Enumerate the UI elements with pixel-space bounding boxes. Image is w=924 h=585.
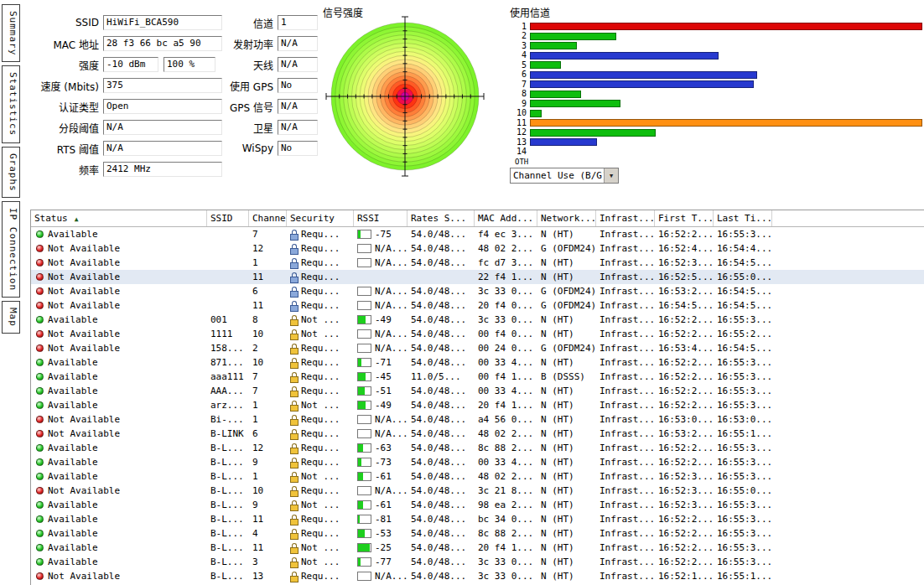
table-row[interactable]: AvailableB-L...11Requ...-8154.0/48...bc … — [31, 512, 924, 526]
mac-address-label: 98 ea 2... — [478, 500, 533, 510]
field-row-rts: RTS 阈值N/A — [30, 141, 222, 156]
table-row[interactable]: Not Available158...2Requ...N/A...54.0/48… — [31, 341, 924, 355]
first-time-label: 16:53:2... — [658, 286, 714, 297]
column-header-last-ti[interactable]: Last Ti... — [714, 210, 772, 226]
table-row[interactable]: Not Available11Requ...22 f4 1...N (HT)In… — [31, 270, 924, 284]
first-time-label: 16:52:2... — [658, 514, 714, 525]
column-header-channel[interactable]: Channel — [249, 210, 287, 226]
mac-address-cell: 3c 33 0... — [475, 555, 537, 569]
column-header-label: First T... — [658, 213, 714, 224]
table-row[interactable]: AvailableB-L...11Not ...-2554.0/48...20 … — [31, 541, 924, 555]
sidebar-tab-statistics[interactable]: Statistics — [2, 65, 20, 142]
last-time-label: 16:55:3... — [717, 229, 772, 240]
last-time-cell: 16:54:5... — [714, 284, 772, 298]
table-row[interactable]: AvailableB-L...9Not ...-6154.0/48...98 e… — [31, 498, 924, 512]
infrastructure-cell: Infrast... — [596, 398, 655, 412]
status-available-icon — [36, 515, 44, 523]
status-unavailable-icon — [36, 245, 44, 252]
field-value-box[interactable]: No — [278, 78, 318, 93]
last-time-label: 16:55:3... — [717, 400, 772, 411]
column-header-security[interactable]: Security — [287, 210, 354, 226]
field-value-box[interactable]: 28 f3 66 bc a5 90 — [103, 36, 222, 51]
channel-use-dropdown[interactable]: Channel Use (B/G) ▼ — [510, 168, 619, 184]
field-value-box[interactable]: -10 dBm — [103, 57, 158, 72]
table-row[interactable]: AvailableB-L...9Requ...-7354.0/48...00 3… — [31, 455, 924, 469]
channel-bar-row: 1 — [510, 22, 922, 32]
infrastructure-cell: Infrast... — [596, 455, 655, 469]
field-value-box[interactable]: 2412 MHz — [103, 162, 222, 177]
mac-address-label: 8c 88 2... — [478, 443, 533, 453]
table-row[interactable]: Not Available1Requ...N/A...54.0/48...fc … — [31, 256, 924, 270]
signal-strength-radar-chart — [317, 15, 493, 178]
table-row[interactable]: Not Available6Requ...N/A...54.0/48...3c … — [31, 284, 924, 298]
field-value-box[interactable]: Open — [103, 99, 222, 114]
status-label: Not Available — [48, 300, 120, 311]
table-row[interactable]: AvailableAAA...7Requ...-5154.0/48...00 3… — [31, 384, 924, 398]
sidebar-tab-summary[interactable]: Summary — [2, 4, 20, 62]
network-type-cell: N (HT) — [537, 355, 596, 370]
table-row[interactable]: Not Available11Requ...N/A...54.0/48...20… — [31, 298, 924, 313]
table-row[interactable]: Not AvailableBi-...1Requ...N/A...54.0/48… — [31, 412, 924, 427]
mac-address-cell: 00 33 4... — [475, 355, 537, 370]
column-header-ssid[interactable]: SSID — [207, 210, 249, 226]
table-row[interactable]: AvailableB-L...1Not ...-6154.0/48...48 0… — [31, 469, 924, 484]
rssi-cell: -61 — [354, 469, 407, 484]
status-label: Available — [48, 371, 98, 382]
table-row[interactable]: Availablearz...1Not ...-4954.0/48...20 f… — [31, 398, 924, 412]
lock-icon — [290, 358, 298, 368]
security-label: Not ... — [301, 500, 340, 510]
status-label: Available — [48, 357, 98, 368]
mac-address-label: 20 f4 0... — [478, 300, 533, 311]
column-header-status[interactable]: Status▲ — [31, 210, 207, 226]
field-value-box[interactable]: N/A — [278, 99, 318, 114]
table-row[interactable]: AvailableB-L...3Not ...-7754.0/48...3c 3… — [31, 555, 924, 569]
channel-cell: 7 — [249, 370, 287, 384]
status-label: Not Available — [48, 286, 120, 297]
field-value-box[interactable]: N/A — [278, 120, 318, 135]
table-row[interactable]: Available871...10Requ...-7154.0/48...00 … — [31, 355, 924, 370]
status-cell: Available — [31, 455, 207, 469]
field-value-box[interactable]: No — [278, 141, 318, 156]
table-body: Available7Requ...-7554.0/48...f4 ec 3...… — [31, 227, 924, 583]
channel-usage-bar — [530, 100, 620, 107]
table-row[interactable]: Availableaaa1117Requ...-4511.0/5...00 f4… — [31, 370, 924, 384]
status-cell: Not Available — [31, 241, 207, 256]
security-cell: Requ... — [287, 526, 354, 541]
field-value-box[interactable]: N/A — [278, 36, 318, 51]
sidebar-tab-map[interactable]: Map — [2, 301, 20, 334]
table-row[interactable]: Not Available12Requ...N/A...54.0/48...48… — [31, 241, 924, 256]
table-row[interactable]: Not AvailableB-L...13Requ...N/A...54.0/4… — [31, 569, 924, 583]
table-row[interactable]: Available0018Not ...-4954.0/48...3c 33 0… — [31, 313, 924, 327]
ssid-label: B-L... — [210, 471, 244, 482]
table-row[interactable]: Not AvailableB-LINK6Requ...N/A...54.0/48… — [31, 427, 924, 441]
field-value-box[interactable]: N/A — [103, 141, 222, 156]
chevron-down-icon[interactable]: ▼ — [604, 168, 618, 183]
column-header-mac-add[interactable]: MAC Add... — [475, 210, 537, 226]
security-cell: Requ... — [287, 484, 354, 498]
field-value-box[interactable]: N/A — [103, 120, 222, 135]
field-value-box[interactable]: 100 % — [164, 57, 215, 72]
field-value-box[interactable]: N/A — [278, 57, 318, 72]
field-value-box[interactable]: HiWiFi_BCA590 — [103, 15, 222, 30]
table-row[interactable]: AvailableB-L...4Requ...-5354.0/48...8c 8… — [31, 526, 924, 541]
column-header-rates-s[interactable]: Rates S... — [407, 210, 475, 226]
rssi-label: -25 — [375, 542, 392, 553]
rates-label: 54.0/48... — [411, 257, 466, 268]
column-header-label: Network... — [541, 213, 596, 224]
signal-strength-meter — [357, 386, 371, 396]
table-row[interactable]: Available7Requ...-7554.0/48...f4 ec 3...… — [31, 227, 924, 241]
status-unavailable-icon — [36, 273, 44, 281]
table-row[interactable]: Not Available111110Not ...N/A...54.0/48.… — [31, 327, 924, 341]
column-header-infrast[interactable]: Infrast... — [596, 210, 655, 226]
column-header-network[interactable]: Network... — [537, 210, 596, 226]
sidebar-tab-ip-connection[interactable]: IP Connection — [2, 201, 20, 298]
table-row[interactable]: Not AvailableB-L...10Requ...N/A...54.0/4… — [31, 484, 924, 498]
first-time-cell: 16:52:2... — [655, 541, 714, 555]
field-value-box[interactable]: 1 — [278, 15, 318, 30]
column-header-rssi[interactable]: RSSI — [354, 210, 407, 226]
sidebar-tab-graphs[interactable]: Graphs — [2, 147, 20, 199]
channel-cell: 9 — [249, 455, 287, 469]
field-value-box[interactable]: 375 — [103, 78, 222, 93]
column-header-first-t[interactable]: First T... — [655, 210, 714, 226]
table-row[interactable]: AvailableB-L...12Requ...-6354.0/48...8c … — [31, 441, 924, 455]
